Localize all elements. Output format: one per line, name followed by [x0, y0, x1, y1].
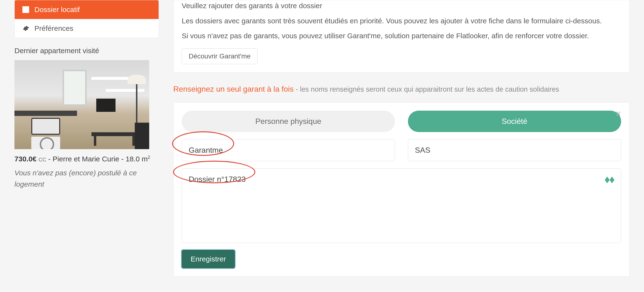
- close-icon[interactable]: ×: [616, 109, 621, 118]
- gear-icon: [22, 25, 29, 32]
- tab-personne-physique[interactable]: Personne physique: [182, 111, 395, 132]
- apartment-note: Vous n'avez pas (encore) postulé à ce lo…: [14, 167, 159, 190]
- apartment-name: - Pierre et Marie Curie - 18.0 m: [48, 155, 148, 163]
- notice-line2: Les dossiers avec garants sont très souv…: [182, 15, 621, 27]
- guarantor-notice-card: Veuillez rajouter des garants à votre do…: [173, 0, 630, 73]
- last-visited-heading: Dernier appartement visité: [14, 47, 159, 55]
- apartment-summary: 730.0€ CC - Pierre et Marie Curie - 18.0…: [14, 155, 159, 163]
- main-content: Veuillez rajouter des garants à votre do…: [173, 0, 630, 277]
- sidebar-item-label: Dossier locatif: [34, 5, 80, 14]
- apartment-photo[interactable]: [14, 60, 149, 149]
- section-subtitle: - les noms renseignés seront ceux qui ap…: [296, 85, 559, 93]
- save-button[interactable]: Enregistrer: [182, 250, 235, 268]
- notice-line3: Si vous n'avez pas de garants, vous pouv…: [182, 30, 621, 42]
- discover-garantme-button[interactable]: Découvrir Garant'me: [182, 48, 258, 64]
- sidebar-item-label: Préférences: [34, 24, 74, 32]
- apartment-sup: 2: [148, 155, 150, 160]
- section-title: Renseignez un seul garant à la fois: [173, 85, 294, 93]
- tab-societe[interactable]: Société: [408, 111, 621, 132]
- apartment-cc: CC: [38, 157, 46, 163]
- sidebar-item-preferences[interactable]: Préférences: [15, 19, 158, 38]
- sidebar: Dossier locatif Préférences Dernier appa…: [14, 0, 159, 277]
- notice-line1: Veuillez rajouter des garants à votre do…: [182, 0, 621, 11]
- apartment-price: 730.0€: [14, 155, 36, 163]
- guarantor-type-tabs: Personne physique Société: [182, 111, 621, 132]
- folder-icon: [22, 6, 29, 13]
- sidebar-item-dossier[interactable]: Dossier locatif: [15, 0, 158, 19]
- company-type-input[interactable]: [408, 139, 621, 161]
- company-name-input[interactable]: [182, 139, 395, 161]
- sidebar-nav: Dossier locatif Préférences: [14, 0, 159, 38]
- section-heading: Renseignez un seul garant à la fois - le…: [173, 85, 630, 94]
- guarantor-form-card: × Personne physique Société Enregistrer: [173, 102, 630, 277]
- message-textarea[interactable]: [182, 168, 621, 243]
